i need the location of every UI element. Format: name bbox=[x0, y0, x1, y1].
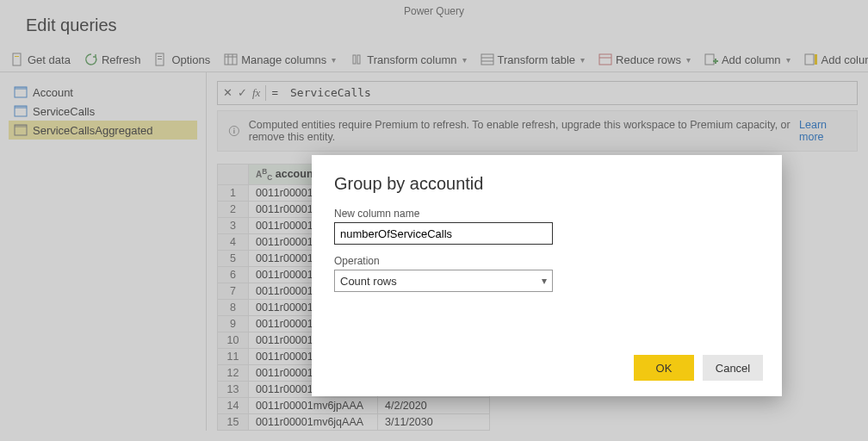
cancel-button[interactable]: Cancel bbox=[703, 355, 763, 381]
new-column-name-label: New column name bbox=[334, 208, 760, 220]
operation-label: Operation bbox=[334, 255, 760, 267]
operation-value: Count rows bbox=[340, 275, 397, 288]
group-by-dialog: Group by accountid New column name Opera… bbox=[312, 155, 782, 396]
dialog-title: Group by accountid bbox=[334, 174, 760, 194]
dialog-footer: OK Cancel bbox=[634, 355, 763, 381]
new-column-name-input[interactable] bbox=[334, 222, 553, 245]
operation-dropdown[interactable]: Count rows ▾ bbox=[334, 270, 553, 292]
chevron-down-icon: ▾ bbox=[542, 275, 547, 287]
ok-button[interactable]: OK bbox=[634, 355, 694, 381]
